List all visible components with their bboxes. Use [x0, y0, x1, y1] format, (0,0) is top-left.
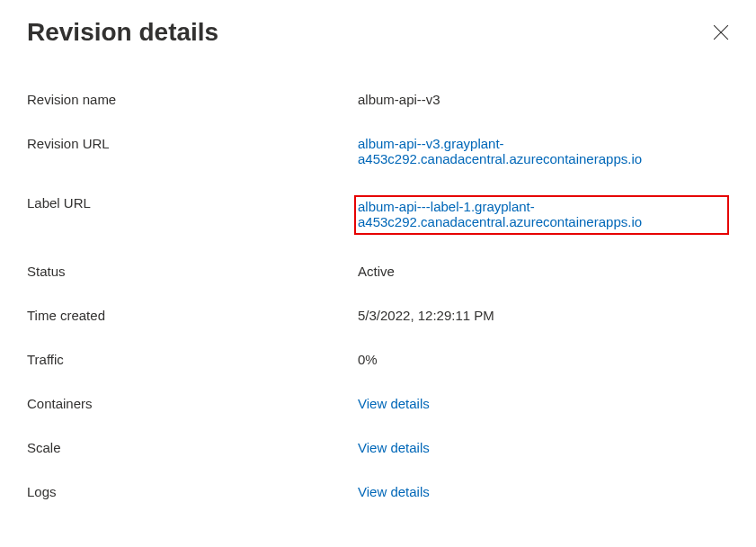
- highlight-label-url: album-api---label-1.grayplant-a453c292.c…: [354, 195, 729, 235]
- row-traffic: Traffic 0%: [27, 352, 729, 367]
- row-label-url: Label URL album-api---label-1.grayplant-…: [27, 195, 729, 235]
- row-revision-url: Revision URL album-api--v3.grayplant-a45…: [27, 136, 729, 166]
- row-time-created: Time created 5/3/2022, 12:29:11 PM: [27, 308, 729, 323]
- row-status: Status Active: [27, 264, 729, 279]
- label-status: Status: [27, 264, 358, 279]
- link-label-url[interactable]: album-api---label-1.grayplant-a453c292.c…: [358, 199, 642, 229]
- value-status: Active: [358, 264, 729, 279]
- label-revision-name: Revision name: [27, 92, 358, 107]
- value-revision-name: album-api--v3: [358, 92, 729, 107]
- label-label-url: Label URL: [27, 195, 358, 211]
- label-revision-url: Revision URL: [27, 136, 358, 151]
- panel-header: Revision details: [27, 18, 729, 47]
- label-containers: Containers: [27, 396, 358, 411]
- link-logs-view-details[interactable]: View details: [358, 484, 430, 499]
- row-revision-name: Revision name album-api--v3: [27, 92, 729, 107]
- row-logs: Logs View details: [27, 484, 729, 499]
- value-time-created: 5/3/2022, 12:29:11 PM: [358, 308, 729, 323]
- link-revision-url[interactable]: album-api--v3.grayplant-a453c292.canadac…: [358, 136, 642, 166]
- row-scale: Scale View details: [27, 440, 729, 455]
- page-title: Revision details: [27, 18, 218, 47]
- value-traffic: 0%: [358, 352, 729, 367]
- row-containers: Containers View details: [27, 396, 729, 411]
- link-scale-view-details[interactable]: View details: [358, 440, 430, 455]
- label-time-created: Time created: [27, 308, 358, 323]
- label-scale: Scale: [27, 440, 358, 455]
- link-containers-view-details[interactable]: View details: [358, 396, 430, 411]
- close-icon[interactable]: [713, 24, 729, 40]
- label-logs: Logs: [27, 484, 358, 499]
- label-traffic: Traffic: [27, 352, 358, 367]
